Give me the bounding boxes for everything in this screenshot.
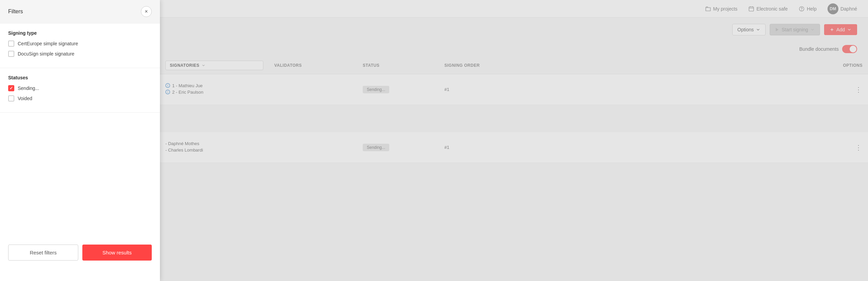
close-filter-button[interactable]: × (141, 6, 152, 17)
docusign-checkbox[interactable] (8, 51, 14, 57)
certeurope-label: CertEurope simple signature (18, 41, 78, 46)
reset-filters-button[interactable]: Reset filters (8, 245, 78, 261)
certeurope-checkbox-item[interactable]: CertEurope simple signature (8, 41, 152, 47)
statuses-section: Statuses Sending... Voided (0, 68, 160, 113)
sending-checkbox[interactable] (8, 85, 14, 91)
filter-panel-header: Filters × (0, 0, 160, 24)
voided-label: Voided (18, 96, 32, 101)
sending-checkbox-item[interactable]: Sending... (8, 85, 152, 91)
filter-panel: Filters × Signing type CertEurope simple… (0, 0, 160, 281)
signing-type-title: Signing type (8, 30, 152, 36)
certeurope-checkbox[interactable] (8, 41, 14, 47)
voided-checkbox-item[interactable]: Voided (8, 95, 152, 102)
filter-footer: Reset filters Show results (0, 238, 160, 267)
overlay (160, 0, 868, 281)
statuses-title: Statuses (8, 75, 152, 80)
docusign-label: DocuSign simple signature (18, 51, 75, 57)
filter-title: Filters (8, 9, 23, 15)
docusign-checkbox-item[interactable]: DocuSign simple signature (8, 51, 152, 57)
voided-checkbox[interactable] (8, 95, 14, 102)
sending-label: Sending... (18, 85, 39, 91)
close-icon: × (145, 9, 148, 15)
show-results-button[interactable]: Show results (82, 245, 152, 261)
signing-type-section: Signing type CertEurope simple signature… (0, 24, 160, 68)
